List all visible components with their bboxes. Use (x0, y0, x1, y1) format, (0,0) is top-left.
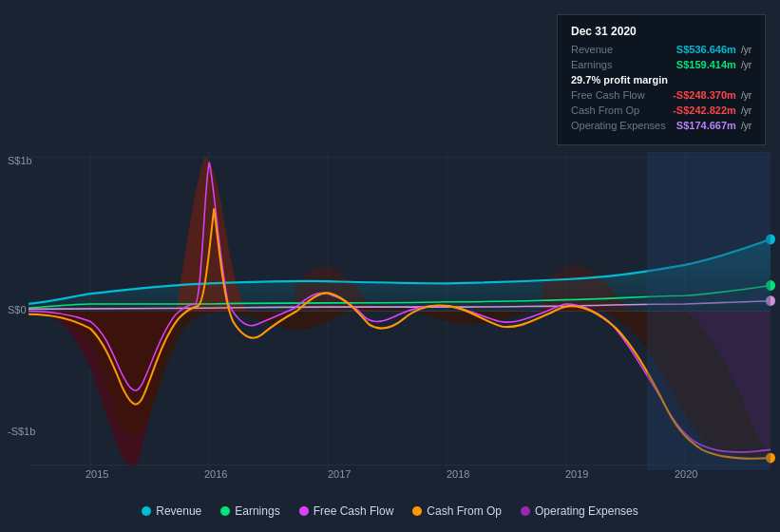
legend-item-opex[interactable]: Operating Expenses (521, 504, 638, 518)
tooltip-value-revenue: S$536.646m /yr (676, 44, 751, 55)
tooltip-row-earnings: Earnings S$159.414m /yr (571, 59, 751, 70)
legend-item-fcf[interactable]: Free Cash Flow (299, 504, 394, 518)
tooltip-box: Dec 31 2020 Revenue S$536.646m /yr Earni… (557, 14, 766, 145)
legend-label-opex: Operating Expenses (535, 504, 638, 518)
tooltip-profit-margin: 29.7% profit margin (571, 74, 751, 86)
legend-item-earnings[interactable]: Earnings (220, 504, 279, 518)
legend-label-earnings: Earnings (235, 504, 279, 518)
legend-label-revenue: Revenue (156, 504, 201, 518)
legend-dot-revenue (142, 506, 151, 516)
tooltip-row-revenue: Revenue S$536.646m /yr (571, 44, 751, 55)
tooltip-label-revenue: Revenue (571, 44, 613, 55)
chart-svg (29, 152, 770, 470)
tooltip-label-opex: Operating Expenses (571, 120, 666, 131)
legend-label-fcf: Free Cash Flow (314, 504, 394, 518)
legend-label-cashfromop: Cash From Op (427, 504, 502, 518)
tooltip-label-earnings: Earnings (571, 59, 612, 70)
legend-item-revenue[interactable]: Revenue (142, 504, 201, 518)
tooltip-row-opex: Operating Expenses S$174.667m /yr (571, 120, 751, 131)
tooltip-row-fcf: Free Cash Flow -S$248.370m /yr (571, 89, 751, 101)
legend-dot-earnings (220, 506, 230, 516)
tooltip-label-cashfromop: Cash From Op (571, 104, 639, 116)
y-label-mid: S$0 (8, 304, 27, 315)
tooltip-value-cashfromop: -S$242.822m /yr (673, 104, 751, 116)
legend-item-cashfromop[interactable]: Cash From Op (412, 504, 502, 518)
svg-point-11 (766, 453, 775, 464)
svg-point-10 (766, 280, 775, 291)
svg-point-12 (766, 295, 775, 306)
chart-area (29, 152, 770, 470)
tooltip-value-earnings: S$159.414m /yr (676, 59, 751, 70)
chart-container: Dec 31 2020 Revenue S$536.646m /yr Earni… (0, 0, 780, 532)
legend: Revenue Earnings Free Cash Flow Cash Fro… (0, 504, 780, 518)
tooltip-value-opex: S$174.667m /yr (676, 120, 751, 131)
legend-dot-fcf (299, 506, 309, 516)
legend-dot-opex (521, 506, 530, 516)
tooltip-date: Dec 31 2020 (571, 25, 751, 38)
tooltip-value-fcf: -S$248.370m /yr (673, 89, 751, 101)
svg-point-9 (766, 234, 775, 244)
tooltip-label-fcf: Free Cash Flow (571, 89, 645, 101)
tooltip-row-cashfromop: Cash From Op -S$242.822m /yr (571, 104, 751, 116)
legend-dot-cashfromop (412, 506, 422, 516)
